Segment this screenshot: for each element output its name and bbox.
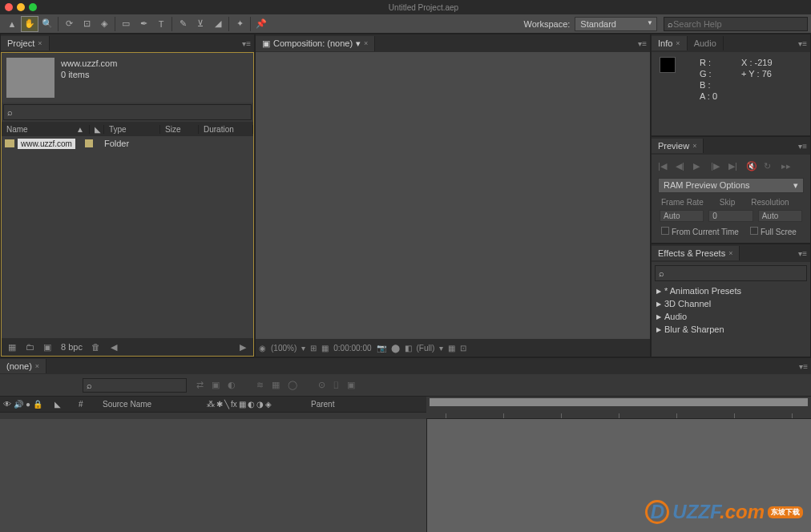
search-help[interactable]: ⌕ [664, 17, 808, 31]
brainstorm-icon[interactable]: ◯ [288, 380, 297, 390]
draft-3d-icon[interactable]: ▣ [212, 380, 220, 390]
new-folder-icon[interactable]: 🗀 [22, 341, 37, 353]
ram-preview-icon[interactable]: ▸▸ [781, 161, 794, 171]
framerate-dropdown[interactable]: Auto [660, 210, 704, 222]
resolution-dropdown[interactable]: Auto [758, 210, 802, 222]
camera-tool[interactable]: ⊡ [78, 16, 95, 32]
tab-preview[interactable]: Preview× [652, 139, 704, 153]
maximize-icon[interactable] [29, 3, 37, 11]
full-screen-checkbox[interactable]: Full Scree [750, 227, 797, 236]
play-icon[interactable]: ▶ [693, 161, 706, 171]
close-icon[interactable] [5, 3, 13, 11]
dropdown-icon[interactable]: ▾ [356, 38, 361, 49]
close-icon[interactable]: × [35, 362, 39, 370]
close-icon[interactable]: × [692, 142, 696, 150]
fx-category[interactable]: ▶* Animation Presets [656, 284, 805, 297]
sort-icon[interactable]: ▲ [76, 125, 84, 134]
ram-preview-dropdown[interactable]: RAM Preview Options▾ [658, 178, 804, 193]
collapse-icon[interactable]: ✱ [216, 400, 223, 409]
tab-timeline[interactable]: (none)× [0, 359, 46, 373]
pixel-aspect-icon[interactable]: ⊡ [460, 344, 466, 353]
fx-category[interactable]: ▶Audio [656, 310, 805, 323]
current-time[interactable]: 0:00:00:00 [333, 344, 371, 353]
last-frame-icon[interactable]: ▶| [728, 161, 741, 171]
panel-menu-icon[interactable]: ▾≡ [635, 39, 650, 48]
solo-icon[interactable]: ● [26, 400, 30, 409]
3d-icon[interactable]: ◈ [265, 400, 272, 409]
timeline-search[interactable]: ⌕ [83, 378, 187, 393]
snapshot-icon[interactable]: 📷 [377, 344, 386, 353]
skip-dropdown[interactable]: 0 [708, 210, 752, 222]
hand-tool[interactable]: ✋ [21, 16, 38, 32]
always-preview-icon[interactable]: ◉ [259, 344, 266, 353]
graph-editor-icon[interactable]: ⌷ [333, 380, 339, 390]
search-help-input[interactable] [673, 19, 804, 29]
video-icon[interactable]: 👁 [3, 400, 11, 409]
zoom-tool[interactable]: 🔍 [38, 16, 56, 32]
tab-audio[interactable]: Audio [688, 36, 724, 50]
new-comp-icon[interactable]: ▣ [40, 341, 54, 353]
rect-tool[interactable]: ▭ [117, 16, 135, 32]
mute-icon[interactable]: 🔇 [746, 161, 759, 171]
grid-icon[interactable]: ⊞ [310, 344, 317, 353]
zoom-dropdown[interactable]: (100%) [271, 344, 297, 353]
close-icon[interactable]: × [364, 39, 368, 47]
trash-icon[interactable]: 🗑 [89, 341, 103, 353]
panel-menu-icon[interactable]: ▾≡ [795, 39, 810, 48]
pan-behind-tool[interactable]: ◈ [95, 16, 113, 32]
mblur-icon[interactable]: ◐ [248, 400, 255, 409]
rotate-tool[interactable]: ⟳ [60, 16, 78, 32]
show-channel-icon[interactable]: ⬤ [391, 344, 400, 353]
project-row[interactable]: www.uzzf.com Folder [2, 136, 253, 151]
frame-blend-icon[interactable]: ≋ [256, 380, 264, 390]
transparency-icon[interactable]: ▦ [448, 344, 455, 353]
comp-mini-flowchart-icon[interactable]: ⇄ [196, 380, 204, 390]
next-frame-icon[interactable]: |▶ [711, 161, 724, 171]
quality-icon[interactable]: ╲ [224, 400, 229, 409]
eraser-tool[interactable]: ◢ [209, 16, 227, 32]
puppet-tool[interactable]: 📌 [252, 16, 270, 32]
auto-keyframe-icon[interactable]: ⊙ [318, 380, 325, 390]
project-search-input[interactable] [13, 107, 248, 119]
fx-icon[interactable]: fx [231, 400, 237, 409]
resolution-dropdown[interactable]: (Full) [417, 344, 435, 353]
panel-menu-icon[interactable]: ▾≡ [796, 362, 811, 371]
motion-blur-icon[interactable]: ▦ [272, 380, 280, 390]
tab-info[interactable]: Info× [652, 36, 688, 50]
panel-menu-icon[interactable]: ▾≡ [239, 39, 254, 48]
project-bpc[interactable]: 8 bpc [58, 342, 86, 352]
adjust-icon[interactable]: ◑ [256, 400, 264, 409]
next-icon[interactable]: ▶ [236, 341, 250, 353]
pen-tool[interactable]: ✒ [135, 16, 152, 32]
tab-composition[interactable]: ▣ Composition: (none) ▾ × [256, 36, 375, 51]
region-icon[interactable]: ◧ [405, 344, 412, 353]
label-swatch[interactable] [85, 139, 93, 147]
prev-icon[interactable]: ◀ [107, 341, 121, 353]
close-icon[interactable]: × [676, 39, 680, 47]
timeline-layer-area[interactable] [0, 419, 426, 532]
interpret-icon[interactable]: ▦ [5, 341, 19, 353]
loop-icon[interactable]: ↻ [764, 161, 777, 171]
from-current-checkbox[interactable]: From Current Time [661, 227, 739, 236]
tab-project[interactable]: Project× [1, 36, 50, 50]
hide-shy-icon[interactable]: ◐ [228, 380, 236, 390]
effects-search[interactable]: ⌕ [655, 265, 807, 281]
shy-icon[interactable]: ⁂ [207, 400, 215, 409]
fx-category[interactable]: ▶3D Channel [656, 297, 805, 310]
audio-icon[interactable]: 🔊 [14, 400, 23, 409]
selection-tool[interactable]: ▲ [3, 16, 21, 32]
project-search[interactable]: ⌕ [3, 104, 252, 120]
prev-frame-icon[interactable]: ◀| [676, 161, 688, 171]
lock-icon[interactable]: 🔒 [33, 400, 42, 409]
clone-tool[interactable]: ⊻ [192, 16, 209, 32]
type-tool[interactable]: T [152, 16, 170, 32]
effects-search-input[interactable] [664, 268, 803, 280]
close-icon[interactable]: × [38, 39, 42, 47]
first-frame-icon[interactable]: |◀ [658, 161, 671, 171]
brush-tool[interactable]: ✎ [174, 16, 192, 32]
close-icon[interactable]: × [728, 249, 732, 257]
frameblend-icon[interactable]: ▦ [239, 400, 246, 409]
tab-effects[interactable]: Effects & Presets× [652, 246, 740, 260]
minimize-icon[interactable] [17, 3, 25, 11]
composition-viewer[interactable] [256, 52, 650, 339]
